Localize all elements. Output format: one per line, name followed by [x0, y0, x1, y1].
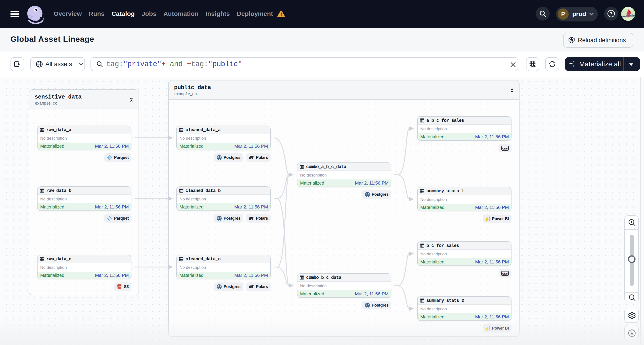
- svg-text:?: ?: [610, 11, 613, 16]
